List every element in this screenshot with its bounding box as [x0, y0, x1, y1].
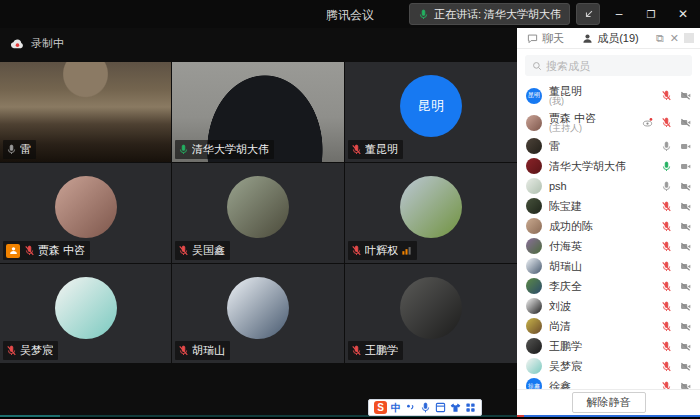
member-name: 尚清: [549, 320, 661, 332]
titlebar-right-controls: 正在讲话: 清华大学胡大伟 – ❐ ✕: [409, 3, 696, 25]
video-tile[interactable]: 吴国鑫: [172, 163, 344, 263]
avatar: [526, 278, 542, 294]
camera-off-icon: [680, 341, 691, 352]
member-row[interactable]: 昆明 董昆明(我): [517, 82, 700, 109]
maximize-button[interactable]: ❐: [638, 3, 664, 25]
search-icon: [532, 61, 542, 71]
participant-name-tag: 贾森 中咨: [3, 241, 90, 260]
member-status-icons: [661, 281, 691, 292]
participant-name: 吴国鑫: [192, 243, 225, 258]
speaking-indicator: 正在讲话: 清华大学胡大伟: [409, 3, 570, 25]
mic-muted-icon: [178, 345, 189, 356]
participant-name: 王鹏学: [365, 343, 398, 358]
close-button[interactable]: ✕: [670, 3, 696, 25]
collapse-to-float-button[interactable]: [576, 3, 600, 25]
mic-muted-icon: [661, 221, 672, 232]
member-status-icons: [661, 241, 691, 252]
video-tile[interactable]: 雷: [0, 62, 171, 162]
member-name: 胡瑞山: [549, 260, 661, 272]
video-tile[interactable]: 胡瑞山: [172, 264, 344, 363]
avatar: [526, 358, 542, 374]
avatar: [227, 176, 289, 238]
mic-speaking-icon: [178, 144, 189, 155]
voice-input-icon[interactable]: [420, 402, 431, 413]
member-name: 吴梦宸: [549, 360, 661, 372]
avatar: [526, 138, 542, 154]
member-row[interactable]: 陈宝建: [517, 196, 700, 216]
member-text: 付海英: [549, 240, 661, 252]
member-row[interactable]: 付海英: [517, 236, 700, 256]
skin-icon[interactable]: [450, 402, 461, 413]
chat-bubble-icon: [527, 33, 538, 44]
participant-name-tag: 吴梦宸: [3, 341, 58, 360]
member-row[interactable]: 胡瑞山: [517, 256, 700, 276]
member-row[interactable]: psh: [517, 176, 700, 196]
mic-speaking-icon: [661, 161, 672, 172]
camera-off-icon: [680, 201, 691, 212]
clipboard-panel-icon[interactable]: [435, 402, 446, 413]
unmute-button[interactable]: 解除静音: [572, 392, 646, 413]
video-tile[interactable]: 吴梦宸: [0, 264, 171, 363]
member-text: 尚清: [549, 320, 661, 332]
members-panel: 聊天 成员(19) ⧉ ✕ 昆明 董昆明(我) 贾森 中咨(主持人): [517, 28, 700, 417]
mic-on-icon: [661, 181, 672, 192]
member-name: 付海英: [549, 240, 661, 252]
tab-members[interactable]: 成员(19): [578, 28, 643, 48]
camera-off-icon: [680, 90, 691, 101]
avatar: [55, 176, 117, 238]
avatar: [400, 176, 462, 238]
participant-name: 吴梦宸: [20, 343, 53, 358]
punctuation-icon[interactable]: [405, 402, 416, 413]
member-status-icons: [661, 161, 691, 172]
member-row[interactable]: 清华大学胡大伟: [517, 156, 700, 176]
video-tile[interactable]: 清华大学胡大伟: [172, 62, 344, 162]
popout-panel-icon[interactable]: ⧉: [653, 32, 667, 45]
member-row[interactable]: 尚清: [517, 316, 700, 336]
member-status-icons: [661, 221, 691, 232]
camera-on-icon: [680, 161, 691, 172]
video-tile[interactable]: 贾森 中咨: [0, 163, 171, 263]
toolbox-icon[interactable]: [465, 402, 476, 413]
member-name: 李庆全: [549, 280, 661, 292]
video-tile[interactable]: 叶辉权: [345, 163, 517, 263]
member-search[interactable]: [525, 55, 692, 76]
member-row[interactable]: 成功的陈: [517, 216, 700, 236]
minimize-button[interactable]: –: [606, 3, 632, 25]
member-row[interactable]: 刘波: [517, 296, 700, 316]
member-name: 刘波: [549, 300, 661, 312]
members-icon: [582, 33, 593, 44]
participant-name-tag: 叶辉权: [348, 241, 417, 260]
video-tile[interactable]: 昆明 董昆明: [345, 62, 517, 162]
mic-on-icon: [661, 141, 672, 152]
avatar: [55, 277, 117, 339]
camera-off-icon: [680, 381, 691, 390]
member-row[interactable]: 徐鑫 徐鑫: [517, 376, 700, 389]
tab-chat[interactable]: 聊天: [523, 28, 568, 48]
member-text: 王鹏学: [549, 340, 661, 352]
window-titlebar: 腾讯会议 正在讲话: 清华大学胡大伟 – ❐ ✕: [0, 0, 700, 28]
sogou-logo-icon[interactable]: S: [374, 401, 387, 414]
chinese-mode-icon[interactable]: 中: [391, 401, 401, 415]
member-row[interactable]: 王鹏学: [517, 336, 700, 356]
member-status-icons: [661, 201, 691, 212]
camera-off-icon: [680, 181, 691, 192]
avatar: [526, 338, 542, 354]
avatar: [400, 277, 462, 339]
participant-name-tag: 清华大学胡大伟: [175, 140, 274, 159]
member-name: 陈宝建: [549, 200, 661, 212]
ime-toolbar[interactable]: S 中: [368, 399, 482, 416]
member-text: 吴梦宸: [549, 360, 661, 372]
close-panel-icon[interactable]: ✕: [667, 32, 682, 45]
mic-muted-icon: [661, 381, 672, 390]
member-row[interactable]: 吴梦宸: [517, 356, 700, 376]
video-grid: 雷 清华大学胡大伟昆明 董昆明 贾森 中咨 吴国鑫 叶辉权 吴梦宸 胡瑞山 王鹏…: [0, 62, 517, 363]
avatar: [526, 238, 542, 254]
avatar: [526, 158, 542, 174]
member-row[interactable]: 李庆全: [517, 276, 700, 296]
member-row[interactable]: 贾森 中咨(主持人): [517, 109, 700, 136]
search-members-input[interactable]: [546, 60, 666, 72]
member-row[interactable]: 雷: [517, 136, 700, 156]
participant-name: 胡瑞山: [192, 343, 225, 358]
watching-eye-icon: [642, 117, 653, 128]
video-tile[interactable]: 王鹏学: [345, 264, 517, 363]
